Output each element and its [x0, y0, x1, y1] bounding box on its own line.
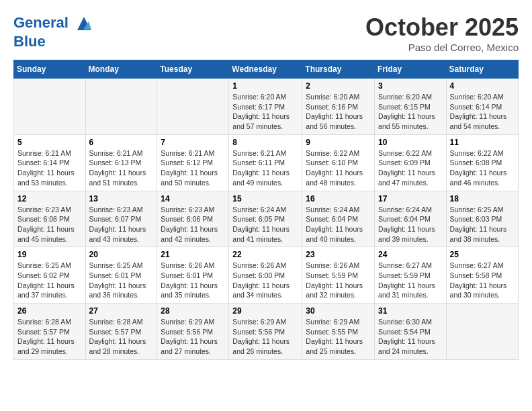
day-info: Sunrise: 6:28 AM Sunset: 5:57 PM Dayligh…	[17, 317, 82, 357]
day-info: Sunrise: 6:23 AM Sunset: 6:08 PM Dayligh…	[17, 205, 82, 244]
day-info: Sunrise: 6:26 AM Sunset: 5:59 PM Dayligh…	[306, 261, 371, 300]
day-cell: 17Sunrise: 6:24 AM Sunset: 6:04 PM Dayli…	[375, 191, 447, 247]
day-number: 7	[161, 138, 225, 147]
week-row-4: 19Sunrise: 6:25 AM Sunset: 6:02 PM Dayli…	[14, 247, 519, 304]
day-info: Sunrise: 6:26 AM Sunset: 6:00 PM Dayligh…	[232, 261, 298, 300]
day-info: Sunrise: 6:21 AM Sunset: 6:11 PM Dayligh…	[232, 148, 298, 188]
day-info: Sunrise: 6:27 AM Sunset: 5:58 PM Dayligh…	[450, 261, 515, 300]
day-info: Sunrise: 6:30 AM Sunset: 5:54 PM Dayligh…	[378, 317, 443, 357]
day-info: Sunrise: 6:24 AM Sunset: 6:05 PM Dayligh…	[232, 205, 298, 244]
day-number: 19	[17, 250, 82, 259]
day-cell: 12Sunrise: 6:23 AM Sunset: 6:08 PM Dayli…	[14, 191, 86, 247]
day-info: Sunrise: 6:28 AM Sunset: 5:57 PM Dayligh…	[89, 317, 154, 357]
day-number: 31	[378, 306, 443, 316]
day-number: 26	[17, 306, 82, 316]
week-row-5: 26Sunrise: 6:28 AM Sunset: 5:57 PM Dayli…	[14, 304, 519, 360]
weekday-header-wednesday: Wednesday	[229, 60, 302, 79]
day-info: Sunrise: 6:25 AM Sunset: 6:02 PM Dayligh…	[17, 261, 82, 300]
day-number: 15	[232, 194, 298, 203]
calendar: SundayMondayTuesdayWednesdayThursdayFrid…	[13, 60, 519, 360]
day-cell: 2Sunrise: 6:20 AM Sunset: 6:16 PM Daylig…	[302, 79, 375, 135]
day-cell: 6Sunrise: 6:21 AM Sunset: 6:13 PM Daylig…	[85, 134, 157, 191]
day-number: 13	[89, 194, 154, 203]
day-cell: 7Sunrise: 6:21 AM Sunset: 6:12 PM Daylig…	[157, 134, 229, 191]
day-cell: 22Sunrise: 6:26 AM Sunset: 6:00 PM Dayli…	[229, 247, 302, 304]
day-info: Sunrise: 6:23 AM Sunset: 6:06 PM Dayligh…	[161, 205, 225, 244]
day-cell: 23Sunrise: 6:26 AM Sunset: 5:59 PM Dayli…	[302, 247, 375, 304]
day-number: 24	[378, 250, 443, 259]
day-info: Sunrise: 6:22 AM Sunset: 6:10 PM Dayligh…	[306, 148, 371, 188]
day-info: Sunrise: 6:25 AM Sunset: 6:01 PM Dayligh…	[89, 261, 154, 300]
day-cell: 3Sunrise: 6:20 AM Sunset: 6:15 PM Daylig…	[375, 79, 447, 135]
day-number: 3	[378, 81, 443, 91]
day-number: 18	[450, 194, 515, 203]
day-info: Sunrise: 6:29 AM Sunset: 5:55 PM Dayligh…	[306, 317, 371, 357]
day-cell: 25Sunrise: 6:27 AM Sunset: 5:58 PM Dayli…	[446, 247, 518, 304]
location: Paso del Correo, Mexico	[365, 42, 519, 53]
day-cell	[157, 79, 229, 135]
day-number: 2	[306, 81, 371, 91]
day-number: 12	[17, 194, 82, 203]
logo-text: General	[13, 13, 94, 34]
day-info: Sunrise: 6:26 AM Sunset: 6:01 PM Dayligh…	[161, 261, 225, 300]
day-info: Sunrise: 6:21 AM Sunset: 6:12 PM Dayligh…	[161, 148, 225, 188]
day-number: 28	[161, 306, 225, 316]
day-cell: 30Sunrise: 6:29 AM Sunset: 5:55 PM Dayli…	[302, 304, 375, 360]
day-info: Sunrise: 6:27 AM Sunset: 5:59 PM Dayligh…	[378, 261, 443, 300]
day-cell: 19Sunrise: 6:25 AM Sunset: 6:02 PM Dayli…	[14, 247, 86, 304]
day-info: Sunrise: 6:20 AM Sunset: 6:15 PM Dayligh…	[378, 92, 443, 132]
title-block: October 2025 Paso del Correo, Mexico	[365, 13, 519, 53]
day-number: 1	[232, 81, 298, 91]
day-info: Sunrise: 6:22 AM Sunset: 6:09 PM Dayligh…	[378, 148, 443, 188]
day-cell	[14, 79, 86, 135]
day-cell: 24Sunrise: 6:27 AM Sunset: 5:59 PM Dayli…	[375, 247, 447, 304]
day-info: Sunrise: 6:29 AM Sunset: 5:56 PM Dayligh…	[161, 317, 225, 357]
day-number: 21	[161, 250, 225, 259]
day-cell	[85, 79, 157, 135]
day-number: 4	[450, 81, 515, 91]
day-number: 30	[306, 306, 371, 316]
weekday-header-sunday: Sunday	[14, 60, 86, 79]
day-cell: 4Sunrise: 6:20 AM Sunset: 6:14 PM Daylig…	[446, 79, 518, 135]
day-number: 23	[306, 250, 371, 259]
day-cell: 26Sunrise: 6:28 AM Sunset: 5:57 PM Dayli…	[14, 304, 86, 360]
day-info: Sunrise: 6:23 AM Sunset: 6:07 PM Dayligh…	[89, 205, 154, 244]
logo: General Blue	[13, 13, 94, 50]
day-number: 20	[89, 250, 154, 259]
day-cell: 13Sunrise: 6:23 AM Sunset: 6:07 PM Dayli…	[85, 191, 157, 247]
logo-icon	[74, 13, 94, 34]
week-row-2: 5Sunrise: 6:21 AM Sunset: 6:14 PM Daylig…	[14, 134, 519, 191]
day-number: 11	[450, 138, 515, 147]
logo-blue: Blue	[13, 34, 94, 50]
day-number: 22	[232, 250, 298, 259]
day-number: 6	[89, 138, 154, 147]
day-cell: 5Sunrise: 6:21 AM Sunset: 6:14 PM Daylig…	[14, 134, 86, 191]
weekday-header-tuesday: Tuesday	[157, 60, 229, 79]
day-number: 27	[89, 306, 154, 316]
day-number: 10	[378, 138, 443, 147]
day-info: Sunrise: 6:20 AM Sunset: 6:17 PM Dayligh…	[232, 92, 298, 132]
day-number: 14	[161, 194, 225, 203]
day-info: Sunrise: 6:21 AM Sunset: 6:13 PM Dayligh…	[89, 148, 154, 188]
day-cell: 21Sunrise: 6:26 AM Sunset: 6:01 PM Dayli…	[157, 247, 229, 304]
day-cell	[446, 304, 518, 360]
day-cell: 18Sunrise: 6:25 AM Sunset: 6:03 PM Dayli…	[446, 191, 518, 247]
day-cell: 28Sunrise: 6:29 AM Sunset: 5:56 PM Dayli…	[157, 304, 229, 360]
week-row-3: 12Sunrise: 6:23 AM Sunset: 6:08 PM Dayli…	[14, 191, 519, 247]
day-number: 25	[450, 250, 515, 259]
day-cell: 16Sunrise: 6:24 AM Sunset: 6:04 PM Dayli…	[302, 191, 375, 247]
day-info: Sunrise: 6:25 AM Sunset: 6:03 PM Dayligh…	[450, 205, 515, 244]
day-number: 8	[232, 138, 298, 147]
weekday-header-saturday: Saturday	[446, 60, 518, 79]
day-number: 5	[17, 138, 82, 147]
day-number: 16	[306, 194, 371, 203]
day-info: Sunrise: 6:20 AM Sunset: 6:14 PM Dayligh…	[450, 92, 515, 132]
weekday-header-monday: Monday	[85, 60, 157, 79]
day-number: 9	[306, 138, 371, 147]
day-cell: 15Sunrise: 6:24 AM Sunset: 6:05 PM Dayli…	[229, 191, 302, 247]
day-cell: 11Sunrise: 6:22 AM Sunset: 6:08 PM Dayli…	[446, 134, 518, 191]
day-cell: 1Sunrise: 6:20 AM Sunset: 6:17 PM Daylig…	[229, 79, 302, 135]
day-info: Sunrise: 6:29 AM Sunset: 5:56 PM Dayligh…	[232, 317, 298, 357]
day-cell: 10Sunrise: 6:22 AM Sunset: 6:09 PM Dayli…	[375, 134, 447, 191]
day-info: Sunrise: 6:24 AM Sunset: 6:04 PM Dayligh…	[306, 205, 371, 244]
